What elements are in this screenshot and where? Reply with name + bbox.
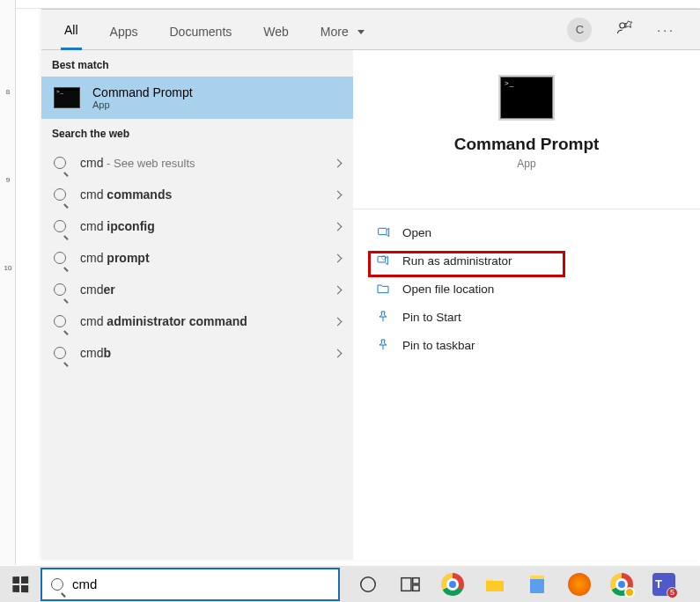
web-result-bold: b: [103, 346, 111, 360]
web-result-prefix: cmd: [80, 283, 103, 297]
web-result-prefix: cmd: [80, 187, 107, 202]
feedback-icon[interactable]: [616, 20, 632, 39]
preview-pane: Command Prompt App Open Run as administr…: [353, 50, 700, 560]
svg-point-3: [361, 576, 376, 591]
svg-rect-5: [413, 577, 419, 583]
svg-rect-4: [402, 577, 411, 591]
chevron-right-icon: [334, 285, 343, 294]
search-icon: [51, 578, 63, 591]
action-pin-start-label: Pin to Start: [402, 311, 461, 324]
web-result-prefix: cmd: [80, 314, 107, 328]
search-results-column: Best match Command Prompt App Search the…: [41, 50, 353, 560]
web-result-prefix: cmd: [80, 346, 103, 360]
pinned-app-chrome-beta[interactable]: [601, 566, 643, 603]
chevron-right-icon: [334, 253, 343, 262]
action-open-file-location[interactable]: Open file location: [374, 275, 700, 303]
action-pin-taskbar-label: Pin to taskbar: [402, 339, 475, 352]
chevron-right-icon: [334, 158, 343, 167]
web-result-prefix: cmd: [80, 219, 107, 233]
search-icon: [54, 157, 66, 169]
pinned-app-generic[interactable]: [558, 566, 601, 603]
preview-subtitle: App: [353, 158, 700, 170]
web-result-prefix: cmd: [80, 156, 103, 170]
chevron-right-icon: [334, 222, 343, 231]
tab-all[interactable]: All: [61, 23, 82, 50]
taskbar: T 5: [0, 565, 700, 602]
overflow-menu-icon[interactable]: ···: [657, 23, 675, 37]
tab-more-label: More: [321, 25, 349, 39]
svg-rect-6: [413, 584, 419, 590]
preview-title: Command Prompt: [353, 135, 700, 154]
taskbar-search-box[interactable]: [41, 568, 340, 601]
web-result-item[interactable]: cmd administrator command: [41, 305, 353, 337]
web-result-bold: administrator command: [107, 314, 247, 328]
svg-rect-2: [378, 256, 386, 262]
svg-rect-1: [379, 228, 387, 234]
action-open[interactable]: Open: [374, 218, 700, 246]
command-prompt-icon: [54, 87, 80, 108]
action-pin-to-start[interactable]: Pin to Start: [374, 303, 700, 331]
chevron-right-icon: [334, 317, 343, 326]
web-result-item[interactable]: cmd ipconfig: [41, 210, 353, 242]
search-icon: [54, 315, 66, 327]
tab-documents[interactable]: Documents: [166, 25, 235, 49]
web-result-bold: prompt: [107, 251, 149, 265]
action-open-location-label: Open file location: [402, 283, 494, 296]
search-filter-tabs: All Apps Documents Web More C ···: [41, 10, 700, 50]
web-result-suffix: - See web results: [103, 157, 195, 170]
action-run-as-administrator[interactable]: Run as administrator: [374, 246, 700, 275]
web-result-item[interactable]: cmder: [41, 274, 353, 305]
search-web-heading: Search the web: [41, 119, 353, 145]
web-results-list: cmd - See web results cmd commands cmd i…: [41, 145, 353, 369]
tab-apps[interactable]: Apps: [107, 25, 142, 49]
chevron-down-icon: [357, 30, 365, 34]
svg-point-0: [620, 23, 625, 28]
search-icon: [54, 347, 66, 359]
web-result-bold: er: [103, 283, 114, 297]
horizontal-ruler: [16, 0, 700, 9]
windows-logo-icon: [12, 576, 28, 592]
best-match-heading: Best match: [41, 50, 353, 77]
command-prompt-icon: [500, 77, 553, 119]
best-match-item[interactable]: Command Prompt App: [41, 77, 353, 119]
cortana-icon[interactable]: [347, 566, 389, 603]
best-match-subtitle: App: [92, 99, 193, 110]
user-avatar[interactable]: C: [567, 18, 592, 42]
pinned-app-notepad[interactable]: [516, 566, 558, 603]
web-result-item[interactable]: cmd commands: [41, 179, 353, 210]
web-result-item[interactable]: cmd - See web results: [41, 147, 353, 179]
web-result-prefix: cmd: [80, 251, 107, 265]
search-icon: [54, 220, 66, 232]
windows-search-panel: All Apps Documents Web More C ··· Best m…: [41, 9, 700, 560]
web-result-item[interactable]: cmd prompt: [41, 242, 353, 274]
tab-more[interactable]: More: [317, 25, 368, 49]
pinned-app-chrome[interactable]: [431, 566, 474, 603]
action-pin-to-taskbar[interactable]: Pin to taskbar: [374, 331, 700, 359]
start-button[interactable]: [0, 566, 41, 603]
task-view-icon[interactable]: [389, 566, 431, 603]
ruler-mark: 9: [0, 176, 16, 184]
pinned-app-teams[interactable]: T 5: [643, 566, 685, 603]
action-run-admin-label: Run as administrator: [402, 254, 512, 268]
ruler-mark: 10: [0, 264, 16, 272]
vertical-ruler: 8 9 10: [0, 0, 16, 602]
taskbar-search-input[interactable]: [72, 576, 329, 591]
best-match-title: Command Prompt: [92, 85, 193, 99]
chevron-right-icon: [334, 349, 343, 357]
tab-web[interactable]: Web: [260, 25, 292, 49]
ruler-mark: 8: [0, 88, 16, 96]
preview-actions: Open Run as administrator Open file loca…: [353, 209, 700, 359]
search-icon: [54, 283, 66, 296]
chevron-right-icon: [334, 190, 343, 199]
pinned-app-file-explorer[interactable]: [474, 566, 516, 603]
web-result-bold: ipconfig: [107, 219, 154, 233]
taskbar-app-icons: T 5: [347, 566, 685, 603]
web-result-bold: commands: [107, 187, 172, 202]
svg-rect-8: [530, 576, 544, 579]
action-open-label: Open: [402, 226, 431, 239]
search-icon: [54, 188, 66, 201]
web-result-item[interactable]: cmdb: [41, 337, 353, 369]
search-icon: [54, 252, 66, 264]
